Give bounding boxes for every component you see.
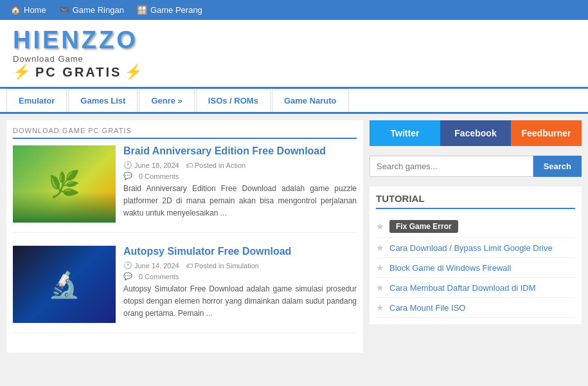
nav-game-ringan[interactable]: 🎮 Game Ringan (59, 5, 124, 15)
logo-pc-text: PC GRATIS (35, 65, 121, 80)
post-info-autopsy: Autopsy Simulator Free Download 🕐 June 1… (123, 246, 357, 323)
post-info-braid: Braid Anniversary Edition Free Download … (123, 145, 357, 223)
post-excerpt-braid: Braid Anniversary Edition Free Download … (123, 183, 357, 220)
tutorial-link-2[interactable]: Block Game di Windows Firewall (389, 263, 511, 273)
nav-games-list[interactable]: Games List (68, 89, 138, 112)
post-item-2: Autopsy Simulator Free Download 🕐 June 1… (13, 246, 357, 333)
star-icon-3: ★ (376, 282, 384, 293)
feedburner-button[interactable]: Feedburner (511, 120, 582, 146)
bolt-right-icon: ⚡ (125, 64, 144, 80)
nav-game-naruto[interactable]: Game Naruto (272, 89, 349, 112)
section-title: DOWNLOAD GAME PC GRATIS (13, 127, 357, 139)
sidebar: Twitter Facebook Feedburner Search TUTOR… (370, 120, 582, 353)
tag-icon-2: 🏷 (186, 262, 193, 270)
post-meta-autopsy: 🕐 June 14, 2024 🏷 Posted in Simulation (123, 261, 357, 270)
braid-thumbnail-image (13, 145, 116, 223)
content-area: DOWNLOAD GAME PC GRATIS Braid Anniversar… (6, 120, 363, 353)
post-item: Braid Anniversary Edition Free Download … (13, 145, 357, 233)
nav-home-label: Home (24, 5, 46, 15)
fix-game-error-badge[interactable]: Fix Game Error (389, 220, 458, 233)
bolt-left-icon: ⚡ (13, 64, 32, 80)
post-date-braid: 🕐 June 18, 2024 (123, 161, 179, 169)
comment-icon-2: 💬 (123, 272, 132, 280)
clock-icon-2: 🕐 (123, 261, 132, 270)
nav-isos-roms[interactable]: ISOs / ROMs (196, 89, 271, 112)
tutorial-section: TUTORIAL ★ Fix Game Error ★ Cara Downloa… (370, 187, 582, 324)
post-title-braid[interactable]: Braid Anniversary Edition Free Download (123, 145, 357, 157)
tag-icon: 🏷 (186, 161, 193, 169)
top-navigation: 🏠 Home 🎮 Game Ringan 🪟 Game Perang (0, 0, 588, 20)
search-button[interactable]: Search (533, 156, 582, 177)
nav-emulator[interactable]: Emulator (6, 89, 67, 112)
post-category-braid: 🏷 Posted in Action (186, 161, 245, 169)
main-navigation: Emulator Games List Genre » ISOs / ROMs … (0, 89, 588, 114)
logo-subtitle: Download Game (13, 54, 84, 64)
post-date-autopsy: 🕐 June 14, 2024 (123, 261, 179, 270)
tutorial-item-4: ★ Cara Mount File ISO (376, 298, 575, 318)
tutorial-item-1: ★ Cara Download / Bypass Limit Google Dr… (376, 238, 575, 258)
tutorial-link-1[interactable]: Cara Download / Bypass Limit Google Driv… (389, 243, 553, 253)
post-thumbnail-autopsy (13, 246, 116, 323)
facebook-button[interactable]: Facebook (440, 120, 511, 146)
logo-pc: ⚡ PC GRATIS ⚡ (13, 64, 144, 80)
search-box: Search (370, 156, 582, 177)
post-category-autopsy: 🏷 Posted in Simulation (186, 262, 259, 270)
main-layout: DOWNLOAD GAME PC GRATIS Braid Anniversar… (0, 114, 588, 359)
nav-game-ringan-label: Game Ringan (73, 5, 124, 15)
nav-game-perang-label: Game Perang (150, 5, 202, 15)
comment-icon: 💬 (123, 172, 132, 180)
nav-home[interactable]: 🏠 Home (10, 5, 46, 15)
star-icon-0: ★ (376, 221, 384, 232)
tutorial-link-4[interactable]: Cara Mount File ISO (389, 303, 466, 313)
tutorial-item-2: ★ Block Game di Windows Firewall (376, 258, 575, 278)
autopsy-thumbnail-image (13, 246, 116, 323)
post-comments-autopsy: 💬 0 Comments (123, 272, 357, 280)
tutorial-item-0: ★ Fix Game Error (376, 216, 575, 238)
nav-game-perang[interactable]: 🪟 Game Perang (137, 5, 202, 15)
tutorial-link-3[interactable]: Cara Membuat Daftar Download di IDM (389, 283, 536, 293)
post-title-autopsy[interactable]: Autopsy Simulator Free Download (123, 246, 357, 257)
social-buttons: Twitter Facebook Feedburner (370, 120, 582, 146)
gamepad-icon: 🎮 (59, 5, 69, 15)
post-meta-braid: 🕐 June 18, 2024 🏷 Posted in Action (123, 161, 357, 169)
search-input[interactable] (370, 156, 533, 177)
twitter-button[interactable]: Twitter (370, 120, 440, 146)
windows-icon: 🪟 (137, 5, 147, 15)
post-excerpt-autopsy: Autopsy Simulator Free Download adalah g… (123, 283, 357, 320)
nav-genre[interactable]: Genre » (139, 89, 194, 112)
tutorial-item-3: ★ Cara Membuat Daftar Download di IDM (376, 278, 575, 298)
star-icon-1: ★ (376, 243, 384, 253)
logo-title: HIENZZO (13, 26, 138, 54)
home-icon: 🏠 (10, 5, 21, 15)
clock-icon: 🕐 (123, 161, 132, 169)
star-icon-2: ★ (376, 262, 384, 273)
post-thumbnail-braid (13, 145, 116, 223)
tutorial-title: TUTORIAL (376, 193, 575, 209)
site-logo: HIENZZO Download Game ⚡ PC GRATIS ⚡ (13, 26, 575, 80)
star-icon-4: ★ (376, 302, 384, 313)
post-comments-braid: 💬 0 Comments (123, 172, 357, 180)
site-header: HIENZZO Download Game ⚡ PC GRATIS ⚡ (0, 20, 588, 89)
